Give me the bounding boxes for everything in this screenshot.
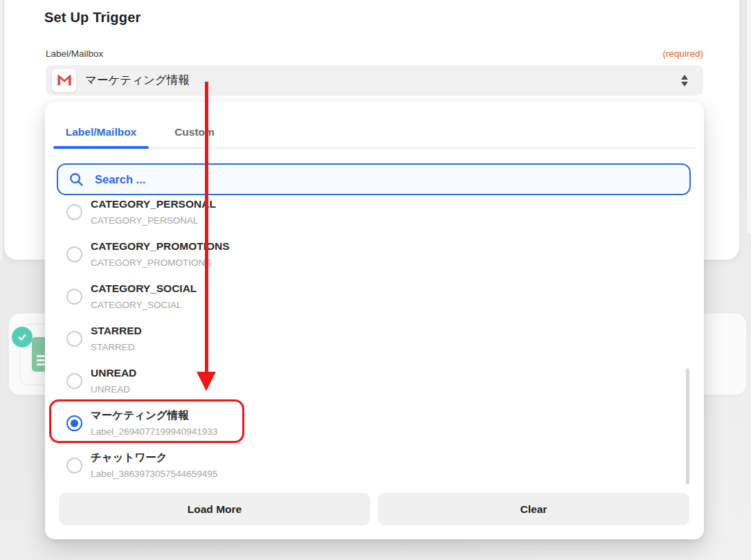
option-row[interactable]: STARREDSTARRED <box>45 324 704 354</box>
option-row[interactable]: CATEGORY_SOCIALCATEGORY_SOCIAL <box>45 282 704 311</box>
radio-icon[interactable] <box>66 289 82 305</box>
tab-custom[interactable]: Custom <box>160 121 229 143</box>
radio-selected-icon[interactable] <box>66 415 82 431</box>
radio-icon[interactable] <box>66 373 82 389</box>
select-stepper-icon <box>681 65 688 96</box>
label-dropdown-panel: Label/Mailbox Custom CATEGORY_PERSONALCA… <box>45 102 704 539</box>
select-value: マーケティング情報 <box>85 73 190 88</box>
radio-icon[interactable] <box>66 246 82 262</box>
option-row[interactable]: CATEGORY_PROMOTIONSCATEGORY_PROMOTIONS <box>45 240 704 269</box>
required-hint: (required) <box>496 48 703 59</box>
option-list: CATEGORY_PERSONALCATEGORY_PERSONAL CATEG… <box>45 200 704 487</box>
option-row[interactable]: CATEGORY_PERSONALCATEGORY_PERSONAL <box>45 200 704 227</box>
annotation-arrow-head-icon <box>197 372 216 391</box>
active-tab-underline <box>53 146 149 149</box>
search-icon <box>69 172 84 188</box>
search-box[interactable] <box>57 163 691 195</box>
tab-separator <box>53 147 696 149</box>
list-scrollbar[interactable] <box>686 368 689 485</box>
search-input[interactable] <box>93 172 664 187</box>
page-title: Set Up Trigger <box>44 10 141 26</box>
step-complete-check-icon <box>12 327 33 347</box>
field-label: Label/Mailbox <box>46 48 103 59</box>
gmail-icon <box>51 68 77 93</box>
annotation-arrow-line <box>205 82 208 372</box>
radio-icon[interactable] <box>66 458 82 473</box>
page-right-edge <box>746 0 751 234</box>
radio-icon[interactable] <box>66 331 82 347</box>
option-row-selected[interactable]: マーケティング情報Label_2694077199940941933 <box>45 408 704 438</box>
clear-button[interactable]: Clear <box>378 493 689 525</box>
label-mailbox-select[interactable]: マーケティング情報 <box>46 65 703 96</box>
tab-label-mailbox[interactable]: Label/Mailbox <box>53 121 149 143</box>
radio-icon[interactable] <box>66 204 82 220</box>
option-row[interactable]: UNREADUNREAD <box>45 366 704 396</box>
option-row[interactable]: チャットワークLabel_3863973057544659495 <box>45 451 704 480</box>
load-more-button[interactable]: Load More <box>59 493 370 525</box>
